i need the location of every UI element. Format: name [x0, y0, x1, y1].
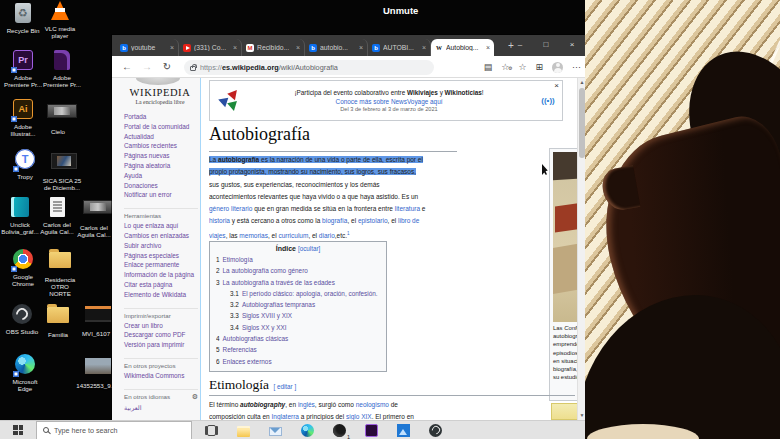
- browser-tab[interactable]: (331) Co... ×: [179, 39, 242, 56]
- sidebar-link[interactable]: Subir archivo: [124, 241, 198, 251]
- sidebar-link[interactable]: Página aleatoria: [124, 161, 198, 171]
- scroll-down-icon[interactable]: ▼: [578, 411, 585, 420]
- taskbar-app-glyph: [333, 424, 346, 437]
- language-settings-gear-icon[interactable]: ⚙: [192, 393, 198, 401]
- immersive-reader-icon[interactable]: ▤: [484, 61, 493, 73]
- desktop-icon-unclick[interactable]: Unclick Bolivia_gráf...: [0, 197, 40, 235]
- maximize-button[interactable]: □: [533, 35, 559, 56]
- browser-tab[interactable]: autobio... ×: [305, 39, 368, 56]
- desktop-icon-premiere[interactable]: PrAdobe Premiere Pr...: [3, 50, 43, 88]
- collections-icon[interactable]: ⊞: [535, 61, 543, 73]
- taskbar-icon[interactable]: [204, 423, 219, 438]
- sidebar-link[interactable]: Páginas especiales: [124, 251, 198, 261]
- sidebar-link[interactable]: Citar esta página: [124, 280, 198, 290]
- toc-item[interactable]: 1Etimología: [216, 254, 380, 265]
- sidebar-link[interactable]: Elemento de Wikidata: [124, 290, 198, 300]
- tab-close-icon[interactable]: ×: [359, 44, 363, 51]
- desktop-icon-mvi[interactable]: MVI_6107: [76, 304, 116, 337]
- sidebar-link[interactable]: Páginas nuevas: [124, 151, 198, 161]
- wikipedia-wordmark[interactable]: WIKIPEDIA: [124, 87, 196, 98]
- taskbar-icon[interactable]: 1: [332, 423, 347, 438]
- desktop-icon-obs[interactable]: OBS Studio: [2, 304, 42, 335]
- tab-close-icon[interactable]: ×: [486, 44, 490, 51]
- sidebar-link[interactable]: Donaciones: [124, 181, 198, 191]
- toc-item[interactable]: 3.3Siglos XVIII y XIX: [216, 310, 380, 321]
- toc-hide-link[interactable]: [ocultar]: [298, 245, 320, 252]
- desktop-icon-vlc[interactable]: VLC media player: [40, 1, 80, 39]
- taskbar-icon[interactable]: [428, 423, 443, 438]
- taskbar-icon[interactable]: [396, 423, 411, 438]
- sidebar-link[interactable]: Cambios recientes: [124, 141, 198, 151]
- start-button[interactable]: [0, 421, 36, 439]
- add-favorite-star-icon[interactable]: ☆: [518, 61, 526, 73]
- browser-tab[interactable]: Autobiog... ×: [431, 39, 494, 56]
- sidebar-link[interactable]: Descargar como PDF: [124, 330, 198, 340]
- toc-item[interactable]: 4Autobiografías clásicas: [216, 333, 380, 344]
- desktop-icon-tropy[interactable]: TTropy: [5, 149, 45, 180]
- more-menu-icon[interactable]: ···: [572, 61, 581, 73]
- desktop-icon-recycle-bin[interactable]: ♻Recycle Bin: [3, 3, 43, 34]
- sidebar-link[interactable]: Versión para imprimir: [124, 340, 198, 350]
- search-icon: [43, 427, 49, 433]
- tab-close-icon[interactable]: ×: [170, 44, 174, 51]
- browser-tab[interactable]: AUTOBI... ×: [368, 39, 431, 56]
- desktop-icon-photo[interactable]: 14352553_9...: [76, 356, 116, 389]
- favorites-settings-icon[interactable]: ☆: [501, 61, 509, 73]
- desktop-icon-cielo[interactable]: Cielo: [38, 101, 78, 135]
- browser-tab[interactable]: youtube ×: [116, 39, 179, 56]
- site-banner[interactable]: ¡Participa del evento colaborativo entre…: [209, 80, 563, 121]
- toc-item[interactable]: 2La autobiografía como género: [216, 265, 380, 276]
- taskbar-search[interactable]: Type here to search: [36, 421, 192, 439]
- close-button[interactable]: ×: [559, 35, 585, 56]
- sidebar-link[interactable]: Actualidad: [124, 132, 198, 142]
- desktop-icon-edge[interactable]: Microsoft Edge: [5, 354, 45, 392]
- back-button[interactable]: ←: [120, 60, 134, 74]
- banner-link[interactable]: Conoce más sobre NewsVoyage aquí: [244, 98, 534, 105]
- vertical-scrollbar[interactable]: ▲ ▼: [577, 78, 585, 420]
- wikipedia-globe-logo[interactable]: [136, 78, 180, 85]
- forward-button[interactable]: →: [140, 60, 154, 74]
- vlc-cone-icon: [51, 1, 69, 20]
- sidebar-link[interactable]: Portada: [124, 112, 198, 122]
- desktop-icon-sica-video[interactable]: SICA SICA 25 de Diciemb...: [42, 151, 82, 191]
- desktop-icon-familia[interactable]: Familia: [38, 304, 78, 338]
- sidebar-link[interactable]: Notificar un error: [124, 190, 198, 200]
- sidebar-link[interactable]: Enlace permanente: [124, 260, 198, 270]
- toc-item[interactable]: 3La autobiografía a través de las edades: [216, 277, 380, 288]
- desktop-icon-illustrator[interactable]: AiAdobe Illustrat...: [3, 99, 43, 137]
- toc-item[interactable]: 6Enlaces externos: [216, 356, 380, 367]
- taskbar-icon[interactable]: [364, 423, 379, 438]
- sidebar-link[interactable]: Información de la página: [124, 270, 198, 280]
- banner-close-icon[interactable]: ×: [554, 81, 559, 90]
- desktop-icon-carlos-doc[interactable]: Carlos del Aguila Cal...: [37, 197, 77, 235]
- toc-item[interactable]: 3.2Autobiografías tempranas: [216, 299, 380, 310]
- scroll-up-icon[interactable]: ▲: [578, 78, 585, 87]
- desktop-icon-chrome[interactable]: Google Chrome: [3, 249, 43, 287]
- sidebar-link[interactable]: Portal de la comunidad: [124, 122, 198, 132]
- profile-avatar[interactable]: [552, 62, 563, 73]
- taskbar-icon[interactable]: [236, 423, 251, 438]
- sidebar-link[interactable]: Wikimedia Commons: [124, 371, 198, 381]
- toc-item[interactable]: 5Referencias: [216, 344, 380, 355]
- tab-close-icon[interactable]: ×: [233, 44, 237, 51]
- desktop-icon-residencia[interactable]: Residencia OTRO NORTE: [40, 249, 80, 297]
- sidebar-link[interactable]: Crear un libro: [124, 321, 198, 331]
- refresh-button[interactable]: ↻: [160, 60, 174, 74]
- tab-close-icon[interactable]: ×: [422, 44, 426, 51]
- tab-close-icon[interactable]: ×: [296, 44, 300, 51]
- taskbar-icon[interactable]: [300, 423, 315, 438]
- sidebar-link[interactable]: Cambios en enlazadas: [124, 231, 198, 241]
- browser-tab[interactable]: Recibido... ×: [242, 39, 305, 56]
- desktop-icon-premiere-file[interactable]: Adobe Premiere Pr...: [42, 50, 82, 88]
- desktop-icon-carlos-clip[interactable]: Carlos del Aguila Cal...: [74, 197, 114, 238]
- address-bar[interactable]: https://es.wikipedia.org/wiki/Autobiogra…: [184, 60, 434, 75]
- toc-item[interactable]: 3.1El período clásico: apología, oración…: [216, 288, 380, 299]
- sidebar-link[interactable]: Lo que enlaza aquí: [124, 221, 198, 231]
- sidebar-link[interactable]: Ayuda: [124, 171, 198, 181]
- taskbar-icon[interactable]: [268, 423, 283, 438]
- minimize-button[interactable]: –: [507, 35, 533, 56]
- unmute-button[interactable]: Unmute: [383, 5, 418, 16]
- sidebar-language-link[interactable]: العربية: [124, 403, 198, 413]
- toc-item[interactable]: 3.4Siglos XX y XXI: [216, 322, 380, 333]
- edit-section-link[interactable]: [ editar ]: [273, 383, 296, 390]
